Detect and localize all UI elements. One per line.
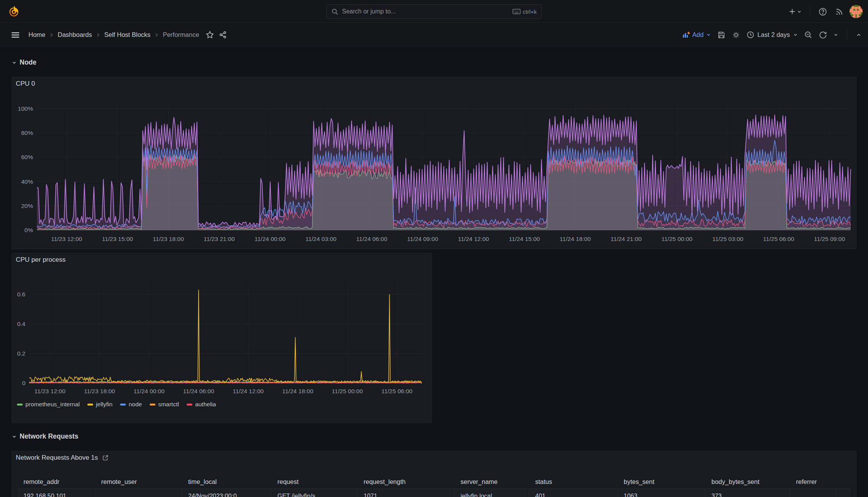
search-shortcut: ctrl+k [512, 8, 537, 15]
divider [810, 7, 810, 17]
chevron-down-icon [797, 9, 802, 14]
news-rss-button[interactable] [833, 5, 846, 18]
time-range-picker[interactable]: Last 2 days [746, 31, 798, 39]
menu-icon[interactable] [11, 30, 20, 40]
svg-text:11/24 09:00: 11/24 09:00 [407, 236, 438, 242]
panel-title-text: CPU 0 [16, 80, 35, 88]
shortcut-label: ctrl+k [523, 8, 537, 15]
svg-text:11/23 18:00: 11/23 18:00 [84, 388, 115, 394]
legend-label: smartctl [158, 401, 179, 408]
external-link-icon[interactable] [102, 454, 109, 461]
table-cell: 1063 [618, 489, 705, 497]
add-button-label: Add [692, 31, 703, 38]
chart-legend: prometheus_internaljellyfinnodesmartctla… [12, 401, 432, 408]
svg-text:11/24 00:00: 11/24 00:00 [134, 388, 165, 394]
clock-icon [746, 31, 754, 39]
svg-text:0%: 0% [25, 227, 33, 233]
legend-item-node[interactable]: node [120, 401, 142, 408]
legend-item-smartctl[interactable]: smartctl [150, 401, 179, 408]
help-button[interactable] [816, 5, 829, 18]
zoom-out-button[interactable] [804, 31, 813, 39]
collapse-toolbar-button[interactable] [856, 32, 862, 38]
svg-text:11/23 15:00: 11/23 15:00 [102, 236, 133, 242]
legend-label: authelia [195, 401, 216, 408]
legend-item-jellyfin[interactable]: jellyfin [87, 401, 112, 408]
panel-title-text: CPU per process [16, 256, 65, 264]
breadcrumb-dashboards[interactable]: Dashboards [58, 31, 92, 38]
settings-gear-button[interactable] [732, 31, 740, 39]
column-header-request[interactable]: request [271, 475, 357, 489]
svg-text:0.6: 0.6 [17, 291, 25, 298]
add-button[interactable]: Add [682, 31, 711, 39]
legend-label: node [129, 401, 142, 408]
column-header-body_bytes_sent[interactable]: body_bytes_sent [705, 475, 790, 489]
column-header-time_local[interactable]: time_local [182, 475, 271, 489]
column-header-remote_addr[interactable]: remote_addr [17, 475, 95, 489]
panel-cpu0-title[interactable]: CPU 0 [12, 77, 856, 90]
svg-text:80%: 80% [21, 130, 33, 136]
legend-item-prometheus_internal[interactable]: prometheus_internal [17, 401, 80, 408]
svg-text:11/23 12:00: 11/23 12:00 [34, 388, 65, 394]
column-header-bytes_sent[interactable]: bytes_sent [618, 475, 705, 489]
svg-text:11/24 03:00: 11/24 03:00 [305, 236, 337, 242]
panel-network-title[interactable]: Network Requests Above 1s [12, 451, 856, 464]
table-cell: 192.168.50.101 [17, 489, 95, 497]
legend-item-authelia[interactable]: authelia [187, 401, 216, 408]
chevron-down-icon [706, 32, 711, 37]
table-cell [95, 489, 182, 497]
share-button[interactable] [219, 31, 227, 39]
svg-text:11/24 06:00: 11/24 06:00 [356, 236, 387, 242]
svg-text:11/24 21:00: 11/24 21:00 [611, 236, 642, 242]
svg-text:11/24 18:00: 11/24 18:00 [282, 388, 314, 394]
panel-cpu0: CPU 0 11/23 12:0011/23 15:0011/23 18:001… [12, 77, 856, 249]
svg-text:11/25 00:00: 11/25 00:00 [661, 236, 693, 242]
keyboard-icon [512, 8, 521, 15]
cpu0-chart[interactable]: 11/23 12:0011/23 15:0011/23 18:0011/23 2… [12, 90, 857, 249]
table-cell: 373 [705, 489, 790, 497]
column-header-referrer[interactable]: referrer [790, 475, 836, 489]
svg-text:0: 0 [22, 380, 25, 386]
favorite-star-button[interactable] [206, 31, 214, 39]
refresh-interval-dropdown[interactable] [833, 32, 838, 37]
table-cell: GET /jellyfin/s [271, 489, 357, 497]
breadcrumb-home[interactable]: Home [28, 31, 45, 38]
panel-cpu-per-process-title[interactable]: CPU per process [12, 253, 432, 266]
column-header-server_name[interactable]: server_name [454, 475, 529, 489]
column-header-request_length[interactable]: request_length [357, 475, 454, 489]
column-header-remote_user[interactable]: remote_user [95, 475, 182, 489]
legend-swatch [17, 404, 23, 406]
chevron-right-icon [95, 32, 101, 38]
breadcrumb-folder[interactable]: Self Host Blocks [104, 31, 150, 38]
section-row-network[interactable]: Network Requests [12, 432, 78, 440]
chevron-right-icon [49, 32, 54, 38]
svg-text:11/23 21:00: 11/23 21:00 [204, 236, 235, 242]
column-header-status[interactable]: status [529, 475, 618, 489]
table-cell [790, 489, 836, 497]
avatar[interactable] [850, 5, 863, 18]
search-input[interactable]: Search or jump to... ctrl+k [326, 4, 542, 19]
table-cell: 1071 [357, 489, 454, 497]
top-bar: Search or jump to... ctrl+k [0, 0, 868, 23]
svg-text:40%: 40% [21, 178, 33, 185]
svg-text:11/25 06:00: 11/25 06:00 [381, 388, 412, 394]
chevron-right-icon [154, 32, 159, 38]
svg-text:0.4: 0.4 [17, 321, 25, 327]
grafana-logo-icon[interactable] [8, 5, 20, 18]
cpu-per-process-chart[interactable]: 11/23 12:0011/23 18:0011/24 00:0011/24 0… [12, 266, 432, 397]
topbar-actions [786, 0, 863, 23]
time-range-label: Last 2 days [758, 31, 790, 38]
legend-label: prometheus_internal [25, 401, 80, 408]
section-row-node[interactable]: Node [12, 58, 37, 66]
panel-title-text: Network Requests Above 1s [16, 454, 98, 462]
save-button[interactable] [717, 31, 726, 39]
panel-network-requests: Network Requests Above 1s remote_addrrem… [12, 451, 856, 497]
svg-text:11/24 06:00: 11/24 06:00 [183, 388, 214, 394]
section-node-title: Node [20, 58, 37, 66]
search-placeholder: Search or jump to... [342, 8, 509, 15]
new-menu-button[interactable] [786, 6, 804, 17]
svg-text:11/24 00:00: 11/24 00:00 [254, 236, 285, 242]
chevron-up-icon [856, 32, 862, 38]
legend-swatch [150, 404, 155, 406]
refresh-button[interactable] [819, 31, 827, 39]
chevron-down-icon [12, 60, 17, 65]
